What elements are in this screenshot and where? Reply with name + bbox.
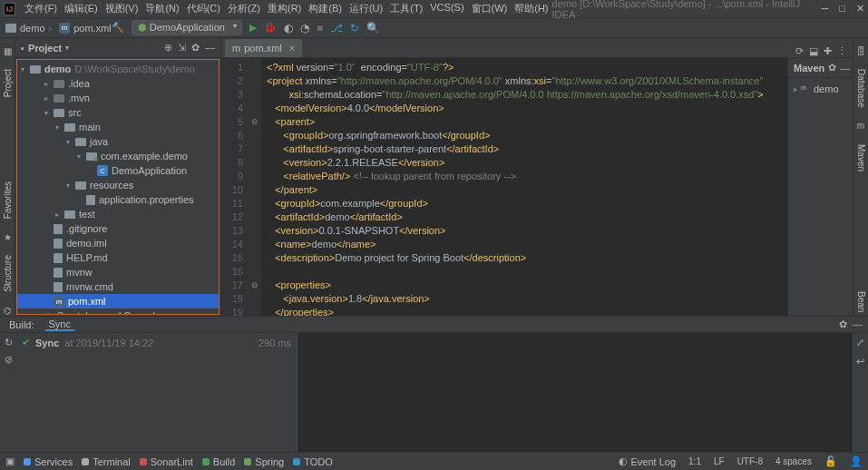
build-tab-sync[interactable]: Sync <box>45 318 74 331</box>
tab-pom[interactable]: m pom.xml × <box>225 39 302 57</box>
caret-pos[interactable]: 1:1 <box>688 456 701 466</box>
tree-item[interactable]: CDemoApplication <box>17 163 219 178</box>
menu-item[interactable]: 分析(Z) <box>224 2 264 15</box>
status-build[interactable]: Build <box>202 456 235 467</box>
profile-icon[interactable]: ◔ <box>300 22 309 34</box>
status-terminal[interactable]: Terminal <box>82 456 131 467</box>
collapse-all-icon[interactable]: ⇲ <box>178 42 186 54</box>
menu-item[interactable]: 帮助(H) <box>511 2 551 15</box>
menu-item[interactable]: 视图(V) <box>102 2 142 15</box>
generate-icon[interactable]: ✚ <box>824 45 832 57</box>
menu-item[interactable]: 工具(T) <box>386 2 426 15</box>
status-services[interactable]: Services <box>24 456 73 467</box>
soft-wrap-icon[interactable]: ↩ <box>856 356 864 367</box>
tab-close-icon[interactable]: × <box>289 43 295 54</box>
panel-collapse-icon[interactable]: ▪ <box>21 43 24 54</box>
status-sonarlint[interactable]: SonarLint <box>140 456 193 467</box>
menu-item[interactable]: 编辑(E) <box>61 2 102 15</box>
locate-icon[interactable]: ⊕ <box>164 42 172 54</box>
minimize-icon[interactable]: ─ <box>822 3 829 15</box>
run-config-select[interactable]: ⬢DemoApplication <box>132 20 242 35</box>
update-icon[interactable]: ↻ <box>350 22 359 34</box>
tree-item[interactable]: mvnw <box>17 265 219 279</box>
tree-item[interactable]: HELP.md <box>17 250 219 265</box>
left-tab-project[interactable]: Project <box>3 65 13 101</box>
stop-icon[interactable]: ■ <box>317 22 323 34</box>
tool-window-icon[interactable]: ▣ <box>5 455 15 467</box>
rerun-icon[interactable]: ↻ <box>5 337 13 348</box>
encoding[interactable]: UTF-8 <box>737 456 763 466</box>
tree-item[interactable]: application.properties <box>17 192 219 207</box>
tree-item[interactable]: ▾resources <box>17 178 219 192</box>
run-icon[interactable]: ▶ <box>249 22 257 34</box>
search-icon[interactable]: 🔍 <box>366 22 380 34</box>
build-tree[interactable]: ✔ Sync at 2019/11/19 14:22 290 ms <box>16 333 297 452</box>
status-spring[interactable]: Spring <box>244 456 284 467</box>
menu-item[interactable]: 文件(F) <box>21 2 61 15</box>
tree-item[interactable]: ▾com.example.demo <box>17 149 219 163</box>
download-icon[interactable]: ⬓ <box>809 45 818 57</box>
build-icon[interactable]: 🔨 <box>112 22 124 34</box>
menu-item[interactable]: 窗口(W) <box>468 2 512 15</box>
left-tab-favorites[interactable]: Favorites <box>3 178 13 222</box>
maven-project-item[interactable]: ▸ m demo <box>790 82 851 96</box>
hide-icon[interactable]: — <box>205 42 215 54</box>
right-tab-bean[interactable]: Bean <box>856 288 866 316</box>
settings-icon[interactable]: ✿ <box>191 42 200 54</box>
tree-item[interactable]: ▸.mvn <box>17 91 219 105</box>
menu-item[interactable]: 导航(N) <box>141 2 182 15</box>
tree-item[interactable]: ▾src <box>17 105 219 120</box>
breadcrumb-root[interactable]: demo <box>20 23 45 34</box>
tree-item[interactable]: ▸⎋Scratches and Consoles <box>17 308 219 315</box>
filter-icon[interactable]: ⊘ <box>5 354 13 366</box>
tree-item[interactable]: ▸test <box>17 207 219 221</box>
menu-item[interactable]: 构建(B) <box>305 2 346 15</box>
tree-item[interactable]: ▸.idea <box>17 76 219 91</box>
gear-icon[interactable]: ✿ <box>839 318 847 330</box>
menu-item[interactable]: 重构(R) <box>264 2 305 15</box>
structure-icon[interactable]: ⌬ <box>2 305 13 316</box>
left-tab-structure[interactable]: Structure <box>3 251 13 296</box>
maximize-icon[interactable]: □ <box>839 3 845 15</box>
menu-item[interactable]: 代码(C) <box>183 2 224 15</box>
breadcrumb-file[interactable]: pom.xml <box>73 23 112 34</box>
vcs-icon[interactable]: ⎇ <box>330 22 343 34</box>
gear-icon[interactable]: ✿ <box>828 62 836 73</box>
tree-item[interactable]: mpom.xml <box>17 294 219 308</box>
inspector-icon[interactable]: 👤 <box>850 455 863 467</box>
tree-root[interactable]: ▾ demo D:\WorkSpace\Study\demo <box>17 62 219 76</box>
coverage-icon[interactable]: ◐ <box>284 22 293 34</box>
project-tree[interactable]: ▾ demo D:\WorkSpace\Study\demo ▸.idea▸.m… <box>16 59 219 315</box>
tree-item[interactable]: demo.iml <box>17 236 219 250</box>
menu-bar: IJ 文件(F)编辑(E)视图(V)导航(N)代码(C)分析(Z)重构(R)构建… <box>0 0 868 18</box>
close-icon[interactable]: ✕ <box>856 3 864 15</box>
project-tool-icon[interactable]: ▦ <box>2 45 13 56</box>
code-editor[interactable]: 1234567891011121314151617181920212223242… <box>221 58 787 316</box>
hide-icon[interactable]: — <box>840 63 850 73</box>
build-output[interactable] <box>297 333 852 452</box>
code-body[interactable]: <?xml version="1.0" encoding="UTF-8"?><p… <box>261 58 787 316</box>
database-icon[interactable]: 🗄 <box>855 45 866 56</box>
maven-tool-window: Maven ✿ — ▸ m demo <box>787 58 853 316</box>
more-icon[interactable]: ⋮ <box>837 45 847 57</box>
tree-item[interactable]: mvnw.cmd <box>17 279 219 294</box>
tree-item[interactable]: ▾main <box>17 120 219 134</box>
maven-tool-icon[interactable]: m <box>855 121 866 132</box>
menu-item[interactable]: VCS(S) <box>426 2 467 15</box>
tree-item[interactable]: ▾java <box>17 134 219 149</box>
lock-icon[interactable]: 🔓 <box>824 455 837 467</box>
indent[interactable]: 4 spaces <box>775 456 812 466</box>
tree-item[interactable]: .gitignore <box>17 221 219 236</box>
right-tab-maven[interactable]: Maven <box>856 141 866 175</box>
editor-area: m pom.xml × ⟳ ⬓ ✚ ⋮ 12345678910111213141… <box>221 38 853 316</box>
status-todo[interactable]: TODO <box>293 456 333 467</box>
right-tab-database[interactable]: Database <box>856 65 866 112</box>
menu-item[interactable]: 运行(U) <box>346 2 386 15</box>
event-log[interactable]: ◐Event Log <box>619 455 677 467</box>
hide-icon[interactable]: — <box>853 318 863 330</box>
favorites-icon[interactable]: ★ <box>2 231 13 242</box>
line-sep[interactable]: LF <box>714 456 725 466</box>
expand-icon[interactable]: ⤢ <box>856 337 864 348</box>
debug-icon[interactable]: 🐞 <box>264 22 277 34</box>
load-changes-icon[interactable]: ⟳ <box>795 45 804 57</box>
